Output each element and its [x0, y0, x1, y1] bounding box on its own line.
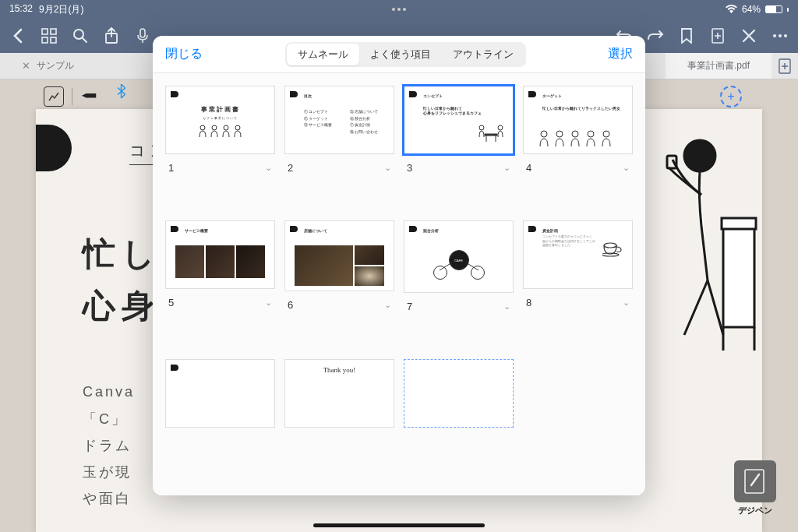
svg-rect-7 — [140, 29, 145, 37]
svg-point-31 — [588, 131, 594, 137]
svg-point-9 — [773, 34, 776, 37]
svg-point-29 — [556, 131, 563, 137]
svg-point-24 — [498, 125, 503, 130]
svg-point-21 — [224, 125, 228, 130]
svg-point-23 — [479, 125, 484, 130]
close-icon[interactable] — [740, 27, 757, 44]
page-number: 5 — [168, 297, 174, 308]
svg-point-4 — [74, 30, 83, 39]
view-mode-button[interactable] — [44, 86, 64, 107]
add-page-icon[interactable] — [709, 27, 726, 44]
brand-label: デジペン — [738, 505, 772, 516]
page-thumbnail-7[interactable]: 競合分析 CAFE — [404, 220, 514, 293]
page-number: 2 — [288, 162, 293, 174]
svg-point-30 — [572, 131, 578, 137]
page-number-row[interactable]: 6 ⌄ — [284, 296, 394, 311]
chevron-down-icon[interactable]: ⌄ — [623, 163, 630, 173]
svg-point-20 — [212, 125, 217, 130]
page-thumbnail-2[interactable]: 目次 ① コンセプト ⑤ 店舗について ② ターゲット ⑥ 競合分析 ③ サービ… — [284, 86, 394, 154]
page-thumbnail-6[interactable]: 店舗について — [284, 220, 394, 291]
page-number: 1 — [168, 162, 174, 174]
share-icon[interactable] — [103, 27, 120, 44]
svg-point-28 — [541, 131, 547, 137]
chevron-down-icon[interactable]: ⌄ — [503, 301, 510, 312]
pen-tool-icon[interactable] — [76, 84, 101, 109]
svg-rect-1 — [51, 29, 56, 34]
brand-icon — [734, 460, 776, 502]
add-tab-icon[interactable] — [772, 53, 798, 79]
doc-tab-1[interactable]: ✕ サンプル — [0, 53, 96, 79]
svg-point-36 — [602, 253, 619, 256]
page-number: 7 — [407, 301, 412, 312]
page-number: 8 — [526, 297, 531, 308]
page-number-row[interactable]: 1 ⌄ — [165, 159, 275, 174]
redo-icon[interactable] — [647, 27, 664, 44]
chevron-down-icon[interactable]: ⌄ — [503, 163, 510, 173]
grid-icon[interactable] — [41, 27, 58, 44]
popover-close-button[interactable]: 閉じる — [165, 46, 203, 62]
svg-rect-0 — [42, 29, 48, 34]
page-number-row[interactable]: 5 ⌄ — [165, 294, 275, 308]
back-icon[interactable] — [9, 27, 26, 44]
status-time: 15:32 — [9, 3, 33, 16]
page-number-row[interactable]: 2 ⌄ — [284, 159, 394, 174]
doc-tab-2-label: 事業計画書.pdf — [687, 59, 750, 72]
svg-point-10 — [779, 34, 782, 37]
bookmark-icon[interactable] — [678, 27, 695, 44]
multitask-dots[interactable] — [269, 8, 528, 11]
svg-rect-3 — [51, 37, 56, 43]
page-number: 6 — [288, 299, 293, 311]
svg-point-13 — [684, 140, 715, 171]
thumbnails-popover: 閉じる サムネール よく使う項目 アウトライン 選択 事業計画書 カフェ事業につ… — [153, 36, 645, 495]
segment-outline[interactable]: アウトライン — [442, 44, 524, 65]
view-segmented-control[interactable]: サムネール よく使う項目 アウトライン — [285, 42, 526, 67]
page-thumbnail-3[interactable]: コンセプト 忙しい日常から離れて 心身をリフレッシュできるカフェ — [404, 86, 514, 154]
chevron-down-icon[interactable]: ⌄ — [265, 163, 272, 173]
page-number-row[interactable]: 7 ⌄ — [404, 298, 514, 312]
thumbnail-grid[interactable]: 事業計画書 カフェ事業について 1 ⌄ 目次 ① コンセプト — [153, 73, 645, 495]
mic-icon[interactable] — [134, 27, 151, 44]
svg-line-34 — [466, 262, 478, 270]
doc-tab-1-label: サンプル — [37, 59, 74, 72]
battery-icon — [765, 5, 782, 13]
page-thumbnail-8[interactable]: 資金計画 コンセプトを最大のカフェにすべく、国からの補助金を活用することでこの金… — [523, 220, 633, 289]
svg-point-19 — [200, 125, 205, 130]
doc-side-tab — [36, 125, 72, 171]
page-thumbnail-1[interactable]: 事業計画書 カフェ事業について — [165, 86, 275, 154]
svg-point-32 — [603, 131, 609, 137]
more-icon[interactable] — [772, 27, 789, 44]
chevron-down-icon[interactable]: ⌄ — [384, 163, 391, 173]
add-page-dropzone[interactable] — [404, 359, 514, 428]
wifi-icon — [726, 4, 737, 16]
status-date: 9月2日(月) — [39, 3, 83, 16]
brand-watermark: デジペン — [734, 460, 776, 516]
page-thumbnail-4[interactable]: ターゲット 忙しい日常から離れてリラックスしたい男女 — [523, 86, 633, 154]
page-number-row[interactable]: 4 ⌄ — [523, 159, 633, 174]
page-thumbnail-10[interactable]: Thank you! — [284, 359, 394, 428]
search-icon[interactable] — [72, 27, 89, 44]
page-number-row[interactable]: 8 ⌄ — [523, 294, 633, 308]
segment-thumbnails[interactable]: サムネール — [287, 44, 359, 65]
svg-rect-25 — [485, 134, 497, 136]
svg-line-33 — [440, 262, 452, 270]
page-number-row[interactable]: 3 ⌄ — [404, 159, 514, 174]
svg-line-5 — [83, 38, 87, 42]
chevron-down-icon[interactable]: ⌄ — [623, 298, 630, 308]
popover-select-button[interactable]: 選択 — [608, 46, 633, 62]
svg-point-22 — [235, 125, 240, 130]
chevron-down-icon[interactable]: ⌄ — [265, 298, 272, 308]
segment-frequent[interactable]: よく使う項目 — [359, 44, 442, 65]
page-thumbnail-5[interactable]: サービス概要 — [165, 220, 275, 289]
home-indicator[interactable] — [313, 523, 485, 527]
svg-rect-18 — [722, 218, 756, 229]
svg-point-11 — [784, 34, 787, 37]
svg-rect-15 — [723, 226, 754, 327]
page-number: 3 — [407, 162, 412, 174]
page-number: 4 — [526, 162, 531, 174]
tab-close-icon[interactable]: ✕ — [22, 60, 30, 72]
doc-tab-2[interactable]: 事業計画書.pdf — [666, 53, 772, 79]
battery-percent: 64% — [742, 4, 761, 15]
add-annotation-button[interactable]: + — [720, 86, 742, 107]
page-thumbnail-9[interactable] — [165, 359, 275, 428]
chevron-down-icon[interactable]: ⌄ — [384, 300, 391, 310]
